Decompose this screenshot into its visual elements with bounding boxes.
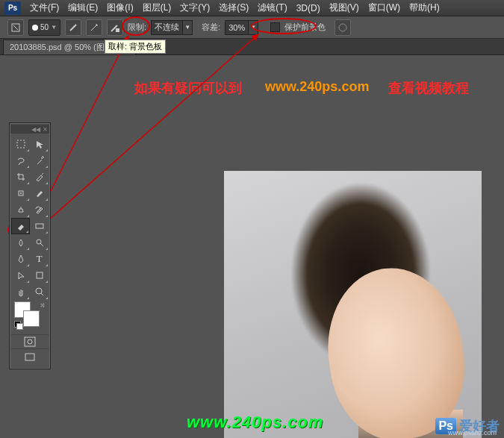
tolerance-label: 容差: bbox=[202, 22, 220, 33]
brush-size-value: 50 bbox=[40, 23, 49, 31]
watermark-small-url: www.psahz.com bbox=[448, 429, 497, 437]
tool-hand[interactable] bbox=[11, 284, 30, 300]
brush-preset-picker[interactable]: 50 ▼ bbox=[28, 19, 60, 36]
annotation-text-2: 查看视频教程 bbox=[388, 79, 469, 97]
svg-rect-10 bbox=[37, 272, 43, 278]
tolerance-value[interactable]: 30% bbox=[225, 20, 249, 35]
document-tab-bar: 20103885.psd @ 50% (图层 ⬥ 副 bbox=[0, 39, 504, 55]
swap-colors-icon[interactable]: ⤭ bbox=[40, 301, 46, 309]
sampling-bgswatch-icon[interactable]: 取样: 背景色板 bbox=[107, 19, 123, 36]
svg-rect-8 bbox=[36, 224, 43, 228]
screen-mode-toggle[interactable] bbox=[11, 349, 49, 366]
tool-gradient[interactable] bbox=[30, 218, 49, 234]
sampling-once-icon[interactable] bbox=[86, 19, 102, 36]
menu-select[interactable]: 选择(S) bbox=[214, 1, 253, 14]
menu-help[interactable]: 帮助(H) bbox=[405, 1, 444, 14]
tools-panel: ◀◀✕ T ⤭ bbox=[9, 122, 51, 369]
tool-healing[interactable] bbox=[11, 185, 30, 201]
watermark-url-green: www.240ps.com bbox=[187, 413, 323, 432]
svg-point-11 bbox=[36, 288, 42, 294]
annotation-ellipse-tolerance bbox=[251, 18, 317, 34]
tool-eyedropper[interactable] bbox=[30, 169, 49, 185]
tool-type[interactable]: T bbox=[30, 251, 49, 267]
tools-panel-header[interactable]: ◀◀✕ bbox=[10, 125, 49, 134]
app-logo: Ps bbox=[4, 1, 21, 15]
pressure-icon[interactable] bbox=[335, 19, 351, 36]
default-colors-icon[interactable] bbox=[14, 321, 22, 328]
tool-background-eraser[interactable] bbox=[11, 218, 30, 234]
tool-magic-wand[interactable] bbox=[30, 152, 49, 169]
svg-rect-5 bbox=[17, 140, 25, 148]
menu-edit[interactable]: 编辑(E) bbox=[63, 1, 102, 14]
color-swatches[interactable]: ⤭ bbox=[11, 300, 49, 334]
tool-dodge[interactable] bbox=[30, 234, 49, 251]
background-color[interactable] bbox=[23, 310, 40, 327]
annotation-ellipse-sampling bbox=[122, 16, 150, 36]
tool-brush[interactable] bbox=[30, 185, 49, 201]
limit-select[interactable]: 不连续 bbox=[151, 20, 183, 35]
menu-type[interactable]: 文字(Y) bbox=[175, 1, 214, 14]
menu-layer[interactable]: 图层(L) bbox=[138, 1, 176, 14]
svg-point-13 bbox=[28, 340, 32, 344]
chevron-down-icon: ▼ bbox=[51, 24, 57, 31]
menu-filter[interactable]: 滤镜(T) bbox=[253, 1, 291, 14]
canvas-image[interactable] bbox=[224, 171, 482, 438]
svg-point-2 bbox=[339, 24, 346, 31]
svg-rect-14 bbox=[25, 354, 34, 360]
tool-path-selection[interactable] bbox=[11, 267, 30, 284]
tool-history-brush[interactable] bbox=[30, 201, 49, 218]
menu-image[interactable]: 图像(I) bbox=[102, 1, 137, 14]
tool-shape[interactable] bbox=[30, 267, 49, 284]
tool-pen[interactable] bbox=[11, 251, 30, 267]
svg-rect-12 bbox=[25, 337, 35, 346]
tool-crop[interactable] bbox=[11, 169, 30, 185]
menu-window[interactable]: 窗口(W) bbox=[364, 1, 405, 14]
tool-zoom[interactable] bbox=[30, 284, 49, 300]
menu-bar: Ps 文件(F) 编辑(E) 图像(I) 图层(L) 文字(Y) 选择(S) 滤… bbox=[0, 0, 504, 16]
tool-lasso[interactable] bbox=[11, 152, 30, 169]
sampling-continuous-icon[interactable] bbox=[65, 19, 81, 36]
svg-rect-1 bbox=[116, 28, 119, 32]
menu-view[interactable]: 视图(V) bbox=[325, 1, 364, 14]
document-tab-label: 20103885.psd @ 50% (图层 bbox=[10, 42, 113, 53]
canvas-area: 如果有疑问可以到 www.240ps.com 查看视频教程 bbox=[0, 55, 504, 438]
tool-preset-icon[interactable] bbox=[7, 19, 24, 36]
tool-blur[interactable] bbox=[11, 234, 30, 251]
menu-3d[interactable]: 3D(D) bbox=[292, 3, 325, 13]
quick-mask-toggle[interactable] bbox=[11, 334, 49, 349]
brush-preview-icon bbox=[32, 25, 38, 31]
tool-marquee[interactable] bbox=[11, 136, 30, 152]
annotation-url: www.240ps.com bbox=[265, 79, 369, 95]
svg-point-7 bbox=[20, 193, 22, 194]
annotation-text-1: 如果有疑问可以到 bbox=[134, 79, 242, 97]
menu-file[interactable]: 文件(F) bbox=[25, 1, 63, 14]
tool-clone-stamp[interactable] bbox=[11, 201, 30, 218]
limit-select-caret[interactable]: ▼ bbox=[182, 20, 193, 35]
sampling-tooltip: 取样: 背景色板 bbox=[105, 40, 166, 54]
tool-move[interactable] bbox=[30, 136, 49, 152]
